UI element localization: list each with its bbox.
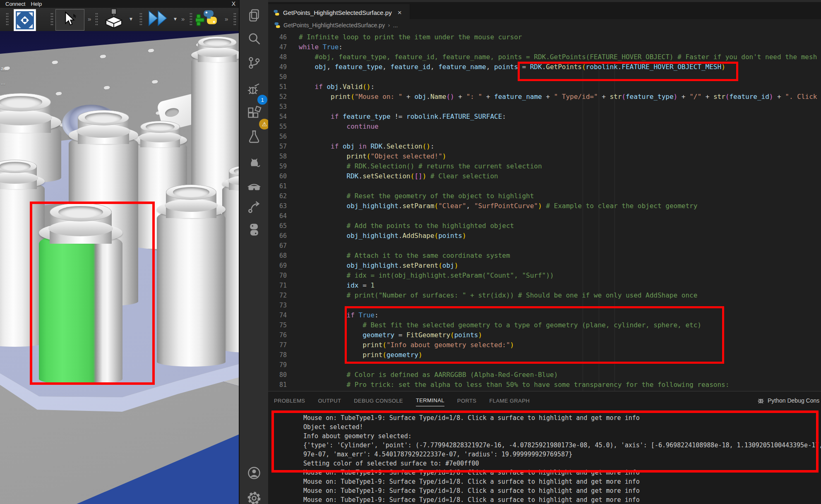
panel-tab-problems[interactable]: PROBLEMS <box>274 395 305 406</box>
code-line[interactable]: 61 <box>268 181 821 191</box>
sidebar-item-explorer[interactable] <box>247 8 262 23</box>
add-python-script-button[interactable] <box>194 9 218 30</box>
line-number[interactable]: 81 <box>268 380 287 390</box>
line-number[interactable]: 60 <box>268 171 287 181</box>
menu-connect[interactable]: Connect <box>5 1 25 7</box>
tree-item-truncated[interactable]: a... <box>1 65 8 72</box>
code-line[interactable]: 64 <box>268 211 821 221</box>
line-number[interactable]: 57 <box>268 142 287 151</box>
line-number[interactable]: 67 <box>268 241 287 251</box>
tab-getpoints-file[interactable]: GetPoints_HighlightSelectedSurface.py × <box>268 4 410 21</box>
line-number[interactable]: 72 <box>268 290 287 300</box>
line-number[interactable]: 66 <box>268 231 287 241</box>
code-line[interactable]: 62 # Reset the geometry of the object to… <box>268 191 821 201</box>
code-line[interactable]: 57 if obj in RDK.Selection(): <box>268 142 821 151</box>
toolbar-overflow-icon[interactable]: » <box>181 15 185 22</box>
code-line[interactable]: 60 RDK.setSelection([]) # Clear selectio… <box>268 171 821 181</box>
code-line[interactable]: 69 obj_highlight.setParent(obj) <box>268 261 821 271</box>
code-line[interactable]: 54 if feature_type != robolink.FEATURE_S… <box>268 112 821 122</box>
code-line[interactable]: 47while True: <box>268 42 821 52</box>
code-line[interactable]: 51 if obj.Valid(): <box>268 82 821 92</box>
breadcrumb-file[interactable]: GetPoints_HighlightSelectedSurface.py <box>283 22 385 29</box>
line-number[interactable]: 77 <box>268 340 287 350</box>
panel-tab-output[interactable]: OUTPUT <box>318 395 341 406</box>
code-line[interactable]: 72 # print("Number of surfaces: " + str(… <box>268 290 821 300</box>
sidebar-item-run-debug[interactable]: 1 <box>247 82 262 97</box>
code-line[interactable]: 66 obj_highlight.AddShape(points) <box>268 231 821 241</box>
panel-tab-debug-console[interactable]: DEBUG CONSOLE <box>354 395 403 406</box>
sidebar-item-python[interactable] <box>247 222 262 237</box>
code-line[interactable]: 80 # Color is defined as AARRGGBB (Alpha… <box>268 370 821 380</box>
toolbar-overflow-icon[interactable]: » <box>225 15 228 22</box>
line-number[interactable]: 52 <box>268 92 287 102</box>
sidebar-item-testing[interactable] <box>247 129 262 144</box>
line-number[interactable]: 71 <box>268 281 287 290</box>
line-number[interactable]: 55 <box>268 122 287 132</box>
code-line[interactable]: 53 <box>268 102 821 112</box>
sidebar-item-goggles-extension[interactable] <box>247 180 262 194</box>
code-line[interactable]: 81 # Pro trick: set the alpha to less th… <box>268 380 821 390</box>
panel-tab-flame-graph[interactable]: FLAME GRAPH <box>489 395 530 406</box>
line-number[interactable]: 79 <box>268 360 287 370</box>
sidebar-item-cat-extension[interactable] <box>247 154 262 169</box>
code-line[interactable]: 63 obj_highlight.setParam("Clear", "Surf… <box>268 201 821 211</box>
sidebar-item-liveshare[interactable] <box>247 199 262 214</box>
code-line[interactable]: 48 #obj, feature_type, feature_id, featu… <box>268 52 821 62</box>
line-number[interactable]: 53 <box>268 102 287 112</box>
line-number[interactable]: 61 <box>268 181 287 191</box>
dropdown-caret-icon[interactable]: ▼ <box>174 17 177 21</box>
line-number[interactable]: 59 <box>268 161 287 171</box>
code-line[interactable]: 55 continue <box>268 122 821 132</box>
line-number[interactable]: 54 <box>268 112 287 122</box>
code-line[interactable]: 71 idx = 1 <box>268 281 821 290</box>
line-number[interactable]: 80 <box>268 370 287 380</box>
line-number[interactable]: 70 <box>268 271 287 281</box>
line-number[interactable]: 47 <box>268 42 287 52</box>
line-number[interactable]: 46 <box>268 32 287 42</box>
tree-item-truncated[interactable]: ... <box>1 79 5 86</box>
toolbar-overflow-icon[interactable]: » <box>88 15 91 22</box>
line-number[interactable]: 63 <box>268 201 287 211</box>
panel-tab-ports[interactable]: PORTS <box>457 395 477 406</box>
sidebar-item-extensions[interactable]: ⚠ <box>247 106 262 120</box>
window-close-button[interactable]: X <box>232 0 235 7</box>
menu-help[interactable]: Help <box>31 1 42 7</box>
line-number[interactable]: 48 <box>268 52 287 62</box>
dropdown-caret-icon[interactable]: ▼ <box>130 17 132 21</box>
code-line[interactable]: 56 <box>268 132 821 142</box>
line-number[interactable]: 58 <box>268 151 287 161</box>
line-number[interactable]: 75 <box>268 320 287 330</box>
code-line[interactable]: 58 print("Object selected!") <box>268 151 821 161</box>
fit-view-button[interactable] <box>14 9 36 31</box>
line-number[interactable]: 68 <box>268 251 287 261</box>
line-number[interactable]: 49 <box>268 62 287 72</box>
tube[interactable] <box>157 185 226 367</box>
code-line[interactable]: 46# Infinite loop to print the item unde… <box>268 32 821 42</box>
tab-close-icon[interactable]: × <box>398 9 402 17</box>
debug-console-label[interactable]: Python Debug Cons <box>768 397 819 404</box>
debug-console-selector[interactable]: Python Debug Cons <box>757 391 821 410</box>
machining-tool-button[interactable] <box>101 9 127 30</box>
code-line[interactable]: 68 # Attach it to the same coordinate sy… <box>268 251 821 261</box>
breadcrumb-more[interactable]: ... <box>393 22 398 29</box>
line-number[interactable]: 69 <box>268 261 287 271</box>
line-number[interactable]: 50 <box>268 72 287 82</box>
line-number[interactable]: 62 <box>268 191 287 201</box>
select-cursor-button[interactable] <box>55 9 84 31</box>
line-number[interactable]: 76 <box>268 330 287 340</box>
code-line[interactable]: 59 # RDK.Selection() # returns the curre… <box>268 161 821 171</box>
code-line[interactable]: 67 <box>268 241 821 251</box>
line-number[interactable]: 51 <box>268 82 287 92</box>
line-number[interactable]: 73 <box>268 300 287 310</box>
code-line[interactable]: 65 # Add the points to the highlighted o… <box>268 221 821 231</box>
code-line[interactable]: 52 print("Mouse on: " + obj.Name() + ": … <box>268 92 821 102</box>
panel-tab-terminal[interactable]: TERMINAL <box>416 395 444 406</box>
sidebar-item-source-control[interactable] <box>247 55 262 70</box>
line-number[interactable]: 65 <box>268 221 287 231</box>
run-fast-button[interactable] <box>147 9 169 29</box>
line-number[interactable]: 74 <box>268 310 287 320</box>
line-number[interactable]: 64 <box>268 211 287 221</box>
settings-button[interactable] <box>247 491 262 504</box>
sidebar-item-search[interactable] <box>247 31 262 46</box>
code-line[interactable]: 70 # idx = int(obj_highlight.setParam("C… <box>268 271 821 281</box>
